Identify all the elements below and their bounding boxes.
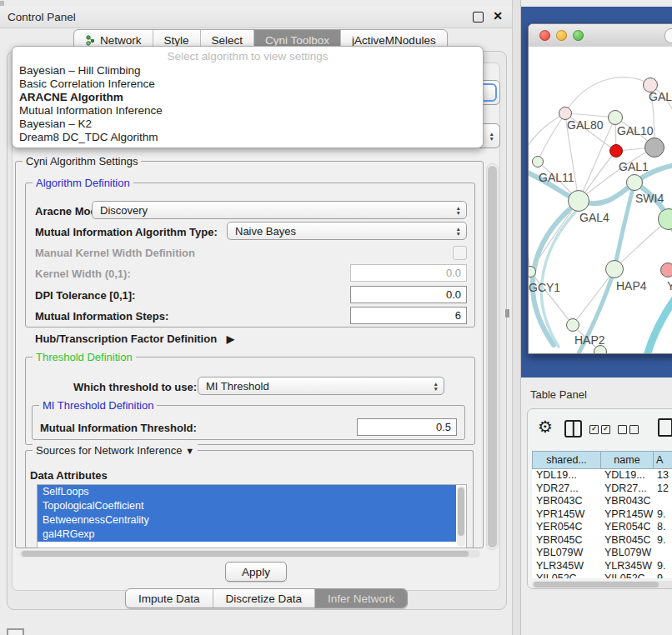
close-icon[interactable]: ✕ (493, 9, 503, 22)
which-threshold-combo[interactable]: MI Threshold ▲▼ (198, 377, 444, 395)
list-item-topologicalcoefficient[interactable]: TopologicalCoefficient (38, 499, 456, 513)
table-row[interactable]: YIL052CYIL052C9 (532, 572, 672, 578)
network-tab-icon (85, 35, 96, 46)
aracne-mode-combo[interactable]: Discovery ▲▼ (92, 201, 467, 219)
control-panel-title: Control Panel (8, 11, 76, 23)
manual-kernel-width-label: Manual Kernel Width Definition (35, 247, 195, 259)
sources-title[interactable]: Sources for Network Inference ▼ (33, 444, 198, 457)
table-row[interactable]: YDR27...YDR27...12 (532, 482, 672, 496)
node-gal1[interactable] (609, 144, 623, 158)
table-row[interactable]: YBR045CYBR045C9. (532, 534, 672, 548)
settings-vertical-scrollbar[interactable] (486, 163, 499, 550)
zoom-traffic-light-icon[interactable] (573, 30, 584, 41)
combo-stepper-icon: ▲▼ (456, 206, 461, 215)
algorithm-option-dream8[interactable]: Dream8 DC_TDC Algorithm (19, 131, 158, 143)
table-header-row: shared... name A (532, 451, 672, 469)
close-traffic-light-icon[interactable] (539, 30, 550, 41)
data-attributes-list[interactable]: SelfLoops TopologicalCoefficient Between… (37, 484, 467, 548)
window-button[interactable] (664, 28, 672, 43)
dpi-tolerance-label: DPI Tolerance [0,1]: (35, 289, 135, 302)
table-row[interactable]: YDL19...YDL19...13 (532, 469, 672, 482)
algorithm-option-basic-correlation[interactable]: Basic Correlation Inference (19, 78, 155, 90)
list-item-betweennesscentrality[interactable]: BetweennessCentrality (38, 513, 456, 528)
node-hap2[interactable] (566, 318, 579, 332)
settings-horizontal-scrollbar[interactable] (20, 550, 480, 558)
algorithm-dropdown-popup: Select algorithm to view settings Bayesi… (12, 46, 484, 148)
node-label: GAL10 (617, 124, 654, 138)
node-gal11[interactable] (532, 156, 544, 168)
mi-threshold-label: Mutual Information Threshold: (40, 422, 197, 434)
table-panel-card: ⚙ ✓ ✓ shared... name A YDL19...YDL19...1… (527, 408, 672, 589)
list-item-selfloops[interactable]: SelfLoops (38, 485, 456, 499)
combo-stepper-icon: ▲▼ (456, 227, 461, 236)
node-label: GAL1 (619, 160, 649, 173)
table-panel-title: Table Panel (530, 388, 587, 401)
new-table-icon[interactable] (658, 418, 672, 437)
mi-threshold-group-title: MI Threshold Definition (39, 399, 157, 412)
node-label: GCY1 (529, 281, 560, 294)
gear-icon[interactable]: ⚙ (538, 417, 553, 437)
algorithm-option-mutual-information[interactable]: Mutual Information Inference (19, 104, 163, 117)
apply-button[interactable]: Apply (225, 562, 287, 582)
node-label: GAL11 (539, 171, 574, 184)
bottom-tabbar: Impute Data Discretize Data Infer Networ… (125, 588, 408, 608)
mi-steps-label: Mutual Information Steps: (35, 310, 168, 322)
table-row[interactable]: YBL079WYBL079W (532, 547, 672, 560)
node-salmon[interactable] (660, 262, 672, 278)
panel-divider[interactable] (512, 0, 521, 635)
network-window-titlebar[interactable] (529, 24, 672, 48)
column-header-shared-name[interactable]: shared... (532, 451, 600, 469)
algorithm-popup-placeholder: Select algorithm to view settings (13, 50, 483, 62)
column-header-partial[interactable]: A (653, 451, 672, 469)
table-row[interactable]: YER054CYER054C8. (532, 521, 672, 534)
mi-steps-field[interactable]: 6 (350, 307, 467, 324)
node-gal4[interactable] (568, 190, 589, 212)
app-root: { "control_panel": { "title": "Control P… (0, 0, 672, 635)
collapse-down-icon[interactable]: ▼ (185, 446, 194, 456)
algorithm-definition-title: Algorithm Definition (33, 177, 133, 189)
node-label: HAP4 (616, 279, 647, 292)
node-label: GAL80 (567, 118, 604, 132)
minimized-panel-icon[interactable] (7, 628, 24, 635)
list-scrollbar[interactable] (457, 486, 465, 547)
hide-columns-icon[interactable] (618, 425, 639, 434)
mi-threshold-field[interactable]: 0.5 (357, 418, 457, 436)
node-hap4[interactable] (605, 260, 624, 278)
show-columns-icon[interactable]: ✓ ✓ (589, 425, 610, 434)
minimize-traffic-light-icon[interactable] (556, 30, 567, 41)
algorithm-option-bayesian-k2[interactable]: Bayesian – K2 (19, 118, 92, 130)
hub-expander[interactable]: Hub/Transcription Factor Definition ▶ (35, 332, 234, 345)
node-gray[interactable] (644, 138, 664, 158)
mi-algorithm-type-combo[interactable]: Naive Bayes ▲▼ (227, 222, 467, 240)
data-attributes-label: Data Attributes (30, 469, 108, 482)
node-swi4[interactable] (626, 174, 643, 191)
algorithm-option-aracne[interactable]: ARACNE Algorithm (19, 91, 123, 103)
mi-algorithm-type-label: Mutual Information Algorithm Type: (35, 226, 218, 238)
dpi-tolerance-field[interactable]: 0.0 (350, 286, 467, 303)
expand-right-icon[interactable]: ▶ (227, 333, 234, 345)
table-horizontal-scrollbar[interactable] (532, 581, 672, 588)
kernel-width-field[interactable]: 0.0 (350, 264, 467, 282)
tab-infer-network[interactable]: Infer Network (315, 589, 407, 608)
table-row[interactable]: YBR043CYBR043C (532, 495, 672, 508)
list-item-gal4rgexp[interactable]: gal4RGexp (38, 528, 456, 542)
manual-kernel-width-checkbox[interactable] (453, 246, 467, 260)
table-row[interactable]: YPR145WYPR145W9. (532, 508, 672, 522)
tab-discretize-data[interactable]: Discretize Data (213, 589, 316, 608)
node-label: Y (667, 279, 672, 292)
which-threshold-label: Which threshold to use: (73, 381, 197, 393)
algorithm-option-bayesian-hill-climbing[interactable]: Bayesian – Hill Climbing (19, 64, 141, 77)
network-canvas[interactable]: GAL GAL80 GAL10 GAL1 GAL11 SWI4 GAL4 GCY… (529, 47, 672, 354)
node-gal10[interactable] (608, 110, 623, 125)
splitter-grip-icon[interactable] (505, 309, 509, 318)
table-body[interactable]: YDL19...YDL19...13 YDR27...YDR27...12 YB… (532, 469, 672, 578)
network-window[interactable]: GAL GAL80 GAL10 GAL1 GAL11 SWI4 GAL4 GCY… (528, 23, 672, 354)
table-row[interactable]: YLR345WYLR345W9. (532, 560, 672, 573)
column-view-icon[interactable] (564, 420, 582, 438)
column-header-name[interactable]: name (600, 451, 653, 469)
float-window-icon[interactable] (473, 12, 484, 22)
node-label: GAL (649, 90, 672, 103)
corner-artifact (0, 1, 4, 6)
tab-impute-data[interactable]: Impute Data (126, 589, 213, 608)
node-label: HAP2 (574, 333, 605, 347)
